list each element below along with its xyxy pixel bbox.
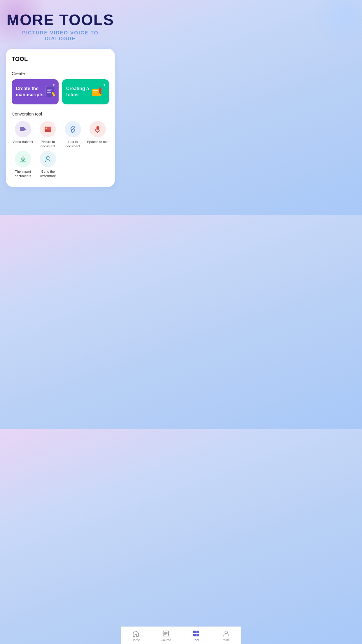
svg-rect-18 (96, 126, 99, 130)
svg-point-22 (46, 156, 49, 159)
create-label: Create (12, 71, 109, 76)
tool-grid-row2: The import documents Go to the watermark (12, 151, 109, 178)
video-transfer-icon-wrap (15, 121, 31, 137)
video-transfer-label: Video transfer (13, 140, 33, 144)
creating-folder-button[interactable]: ✦ Creating a folder (62, 79, 109, 104)
watermark-icon-wrap (40, 151, 56, 167)
tool-import-documents[interactable]: The import documents (12, 151, 34, 178)
speech-to-text-label: Speech to text (87, 140, 108, 144)
tool-grid-row1: Video transfer Picture to document Li (12, 121, 109, 148)
watermark-icon (44, 155, 52, 163)
picture-icon (44, 125, 52, 133)
tool-picture-to-document[interactable]: Picture to document (37, 121, 59, 148)
page-title: MORE TOOLS (6, 12, 115, 28)
svg-rect-2 (47, 89, 52, 90)
svg-rect-13 (20, 127, 24, 131)
import-icon (19, 155, 27, 163)
mic-icon-wrap (89, 121, 106, 137)
creating-folder-label: Creating a folder (66, 86, 90, 98)
import-documents-label: The import documents (12, 169, 34, 178)
tool-link-to-document[interactable]: Link to document (61, 121, 84, 148)
watermark-label: Go to the watermark (37, 169, 59, 178)
svg-marker-14 (24, 128, 27, 130)
svg-rect-12 (93, 92, 97, 92)
svg-rect-1 (46, 87, 54, 97)
link-icon (69, 125, 77, 133)
create-manuscripts-label: Create the manuscripts (16, 86, 43, 98)
svg-rect-3 (47, 90, 51, 91)
tool-speech-to-text[interactable]: Speech to text (87, 121, 109, 148)
svg-rect-9 (99, 88, 101, 93)
link-to-document-label: Link to document (61, 140, 84, 148)
svg-rect-11 (93, 90, 98, 91)
main-card: TOOL Create ✦ Create the manuscripts ✦ C… (6, 49, 115, 187)
picture-to-document-label: Picture to document (37, 140, 59, 148)
manuscript-icon (43, 85, 58, 99)
tool-watermark[interactable]: Go to the watermark (37, 151, 59, 178)
empty-grid-3 (61, 151, 84, 178)
mic-icon (94, 125, 102, 133)
create-row: ✦ Create the manuscripts ✦ Creating a fo… (12, 79, 109, 104)
tool-video-transfer[interactable]: Video transfer (12, 121, 34, 148)
page-header: MORE TOOLS PICTURE VIDEO VOICE TO DIALOG… (6, 12, 115, 42)
import-icon-wrap (15, 151, 31, 167)
picture-icon-wrap (40, 121, 56, 137)
svg-rect-4 (47, 92, 51, 93)
create-manuscripts-button[interactable]: ✦ Create the manuscripts (12, 79, 59, 104)
page-subtitle: PICTURE VIDEO VOICE TO DIALOGUE (6, 30, 115, 42)
sparkle-icon-2: ✦ (102, 82, 106, 88)
divider (12, 66, 109, 66)
conversion-label: Conversion tool (12, 111, 109, 116)
empty-grid-4 (87, 151, 109, 178)
svg-point-16 (46, 128, 47, 129)
card-title: TOOL (12, 56, 109, 62)
sparkle-icon: ✦ (52, 82, 56, 88)
video-transfer-icon (19, 125, 27, 133)
link-icon-wrap (65, 121, 81, 137)
